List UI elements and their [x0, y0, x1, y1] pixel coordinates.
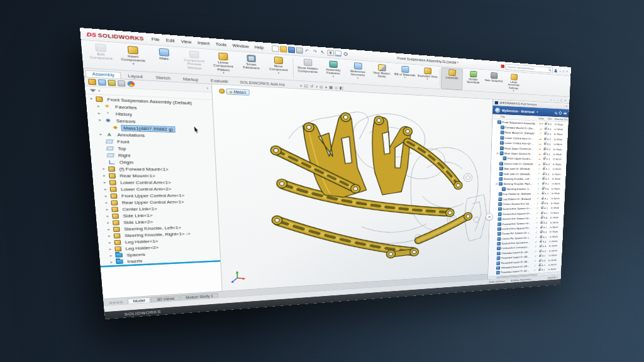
ribbon-button-exploded-view[interactable]: Exploded View▾ [416, 65, 439, 89]
search-icon[interactable] [548, 69, 551, 71]
menu-view[interactable]: View [177, 36, 195, 48]
expand-arrow-icon[interactable]: ▸ [104, 194, 108, 197]
plm-menu-icon[interactable] [564, 112, 567, 114]
ribbon-button-take-snapshot[interactable]: Take Snapshot [483, 70, 504, 92]
plm-panel-window-buttons[interactable]: ▫× [564, 105, 567, 108]
session-selector[interactable]: MySession - Bowhead [502, 109, 535, 114]
login-status-icon[interactable] [501, 65, 504, 69]
graphics-viewport[interactable]: ◆ Mass1 [212, 84, 492, 291]
appearance-icon[interactable]: ◕ [325, 85, 327, 89]
expand-arrow-icon[interactable]: ▸ [103, 187, 108, 190]
new-document-icon[interactable] [272, 45, 279, 52]
previous-view-icon[interactable]: ↺ [310, 84, 314, 88]
doc-close-icon[interactable]: × [564, 99, 566, 102]
expand-arrow-icon[interactable]: ▸ [99, 133, 104, 136]
view-orientation-icon[interactable]: ◇ [335, 85, 338, 89]
expand-arrow-icon[interactable]: ▸ [108, 241, 112, 244]
featuremanager-tab-icon[interactable] [88, 79, 96, 85]
menu-insert[interactable]: Insert [194, 37, 213, 49]
column-maturity[interactable]: Maturity State [555, 118, 567, 121]
pane-splitter-buttons[interactable] [109, 301, 123, 304]
maturity-label: In Work [552, 187, 564, 190]
expand-arrow-icon[interactable]: ▾ [97, 118, 103, 122]
select-icon[interactable] [319, 49, 326, 55]
expand-toggle-icon[interactable]: ⊞ [495, 183, 497, 185]
plm-search-icon[interactable] [555, 112, 557, 114]
menu-tools[interactable]: Tools [213, 38, 230, 50]
print-icon[interactable] [296, 47, 303, 53]
plm-row-steering-knuckle-left[interactable]: Steering Knuckle, Left...✓A.1In Work [491, 177, 565, 182]
expand-arrow-icon[interactable]: ▸ [103, 180, 107, 184]
ribbon-button-linear-component-pattern[interactable]: Linear Component Pattern▾ [208, 50, 238, 77]
save-icon[interactable] [288, 47, 295, 53]
expand-arrow-icon[interactable]: ▸ [105, 207, 109, 211]
close-icon[interactable]: × [566, 70, 568, 73]
expand-arrow-icon[interactable]: ▸ [101, 167, 106, 170]
doc-restore-icon[interactable]: □ [560, 99, 562, 102]
expand-arrow-icon[interactable]: ▸ [108, 248, 113, 251]
ribbon-button-show-hidden-components[interactable]: Show Hidden Components [294, 57, 321, 82]
ribbon-button-new-motion-study[interactable]: New Motion Study [370, 62, 394, 86]
tree-item-lower-control-arm-1[interactable]: ▸Lower Control Arm<1> [93, 179, 216, 186]
undo-icon[interactable] [304, 48, 311, 54]
plm-row-side-link-2-default[interactable]: Side Link<2> (Default)✓A.1In Work [491, 171, 566, 176]
ribbon-button-move-component[interactable]: Move Component▾ [265, 54, 292, 80]
plm-tag-icon[interactable] [558, 111, 562, 115]
expand-arrow-icon[interactable]: ▸ [104, 201, 109, 204]
ribbon-button-assembly-features[interactable]: Assembly Features▾ [320, 58, 345, 84]
open-icon[interactable] [280, 46, 287, 52]
mass-callout-chip[interactable]: ◆ Mass1 [226, 89, 249, 96]
redo-icon[interactable] [311, 48, 318, 55]
expand-arrow-icon[interactable]: ▸ [97, 111, 102, 115]
column-status[interactable]: Status [538, 117, 544, 120]
ribbon-button-reference-geometry[interactable]: Reference Geometry▾ [345, 60, 370, 85]
expand-arrow-icon[interactable]: ▾ [89, 97, 94, 101]
section-view-icon[interactable]: ◑ [315, 85, 318, 89]
minimize-icon[interactable]: – [560, 69, 562, 72]
plm-restore-icon[interactable]: ▫ [564, 105, 565, 107]
model-3d[interactable] [212, 84, 492, 291]
column-rev[interactable]: Rev [548, 118, 555, 121]
display-style-icon[interactable]: ◧ [340, 86, 343, 90]
dimxpert-tab-icon[interactable] [118, 80, 125, 87]
menu-window[interactable]: Window [230, 40, 252, 52]
configurationmanager-tab-icon[interactable] [108, 80, 116, 86]
expand-arrow-icon[interactable]: ▸ [109, 254, 113, 257]
ribbon-button-bill-of-materials[interactable]: Bill of Materials▾ [394, 63, 416, 87]
file-properties-icon[interactable] [335, 50, 341, 57]
ribbon-button-instant3d[interactable]: Instant3D [441, 67, 463, 90]
options-icon[interactable] [342, 51, 348, 57]
expand-arrow-icon[interactable]: ▸ [106, 214, 110, 217]
expand-arrow-icon[interactable]: ▸ [96, 104, 101, 108]
plm-close-icon[interactable]: × [566, 105, 568, 107]
zoom-area-icon[interactable]: ◱ [304, 84, 308, 88]
expand-tabs-chevron-icon[interactable]: › [206, 86, 208, 90]
hide-show-items-icon[interactable]: ◎ [319, 85, 323, 89]
menu-file[interactable]: File [148, 33, 163, 45]
ribbon-button-smart-fasteners[interactable]: Smart Fasteners [237, 52, 265, 79]
ribbon-button-mate[interactable]: Mate [148, 46, 180, 74]
expand-arrow-icon[interactable]: ▸ [107, 228, 111, 231]
tree-item-rear-mount-1[interactable]: ▸Rear Mount<1> [92, 172, 216, 179]
user-account-icon[interactable] [554, 69, 558, 72]
expand-arrow-icon[interactable]: ▸ [102, 174, 106, 177]
zoom-fit-icon[interactable]: ⌖ [300, 84, 303, 87]
displaymanager-tab-icon[interactable] [127, 81, 135, 87]
ribbon-button-update-speedpak[interactable]: Update Speedpak [462, 69, 484, 91]
maximize-icon[interactable]: □ [563, 69, 565, 72]
propertymanager-tab-icon[interactable] [98, 79, 106, 85]
doc-minimize-icon[interactable]: – [557, 99, 558, 102]
ribbon-button-insert-components[interactable]: Insert Components▾ [116, 43, 150, 72]
menu-help[interactable]: Help [252, 41, 267, 53]
units-selector[interactable]: MMGS [548, 276, 556, 279]
expand-arrow-icon[interactable]: ▸ [106, 221, 111, 224]
expand-arrow-icon[interactable]: ▸ [107, 234, 111, 238]
compass-icon[interactable] [495, 107, 500, 113]
scene-icon[interactable]: ▦ [329, 85, 333, 89]
rebuild-icon[interactable] [327, 50, 333, 56]
menu-edit[interactable]: Edit [162, 35, 178, 47]
ribbon-button-large-assembly-settings[interactable]: Large Assembly Settings▾ [504, 72, 525, 94]
tree-item-f-forward-mount-1[interactable]: ▸(f) Forward Mount<1> [92, 165, 216, 173]
expand-toggle-icon[interactable]: ⊞ [496, 152, 499, 155]
expand-arrow-icon[interactable]: ▸ [109, 260, 114, 263]
